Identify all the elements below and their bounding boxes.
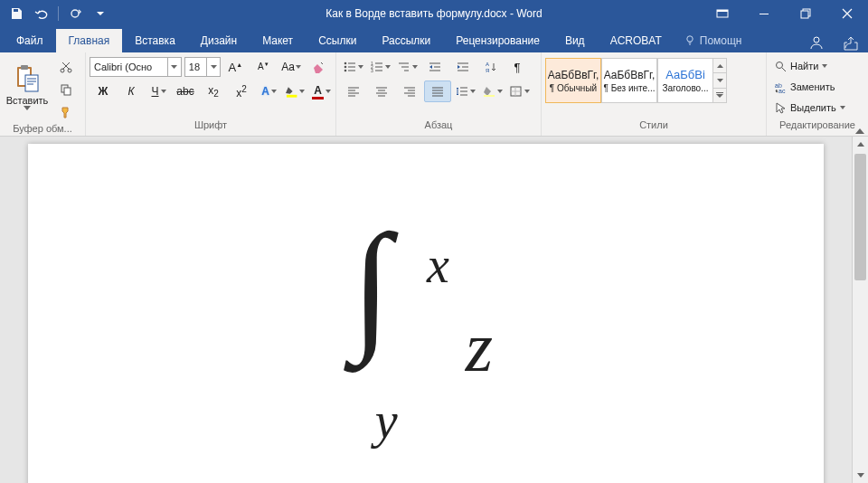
svg-text:ac: ac (778, 88, 786, 93)
scroll-thumb[interactable] (854, 154, 866, 280)
group-paragraph: 123 AЯ ¶ Абзац (336, 52, 542, 136)
tab-acrobat[interactable]: ACROBAT (598, 29, 675, 52)
redo-button[interactable] (64, 3, 86, 24)
svg-point-6 (814, 37, 819, 43)
title-bar: Как в Ворде вставить формулу.docx - Word (0, 0, 868, 27)
highlight-button[interactable] (282, 80, 307, 102)
select-button[interactable]: Выделить (770, 98, 850, 118)
ribbon: Вставить Буфер обм... Calibri (Осно 18 A… (0, 52, 868, 137)
group-editing: Найти abac Заменить Выделить Редактирова… (767, 52, 868, 136)
replace-icon: abac (775, 81, 787, 93)
show-marks-button[interactable]: ¶ (504, 56, 531, 78)
account-button[interactable] (807, 33, 826, 52)
restore-button[interactable] (785, 0, 826, 27)
svg-point-16 (344, 62, 347, 65)
equation[interactable]: ∫ x y z (359, 234, 493, 424)
align-left-button[interactable] (340, 80, 367, 102)
integral-upper-bound: x (427, 236, 449, 294)
svg-rect-9 (21, 65, 28, 70)
increase-indent-button[interactable] (449, 56, 476, 78)
styles-expand[interactable] (713, 89, 726, 102)
scroll-down-button[interactable] (853, 468, 868, 483)
svg-rect-24 (484, 95, 495, 97)
share-button[interactable] (841, 33, 861, 52)
superscript-button[interactable]: x2 (228, 80, 255, 102)
svg-rect-10 (25, 75, 38, 91)
cut-button[interactable] (52, 56, 80, 78)
search-icon (775, 61, 787, 72)
shading-button[interactable] (479, 80, 505, 102)
save-button[interactable] (5, 3, 27, 24)
tab-view[interactable]: Вид (552, 29, 598, 52)
shrink-font-button[interactable]: A▼ (250, 56, 277, 78)
replace-button[interactable]: abac Заменить (770, 77, 850, 97)
undo-button[interactable] (31, 3, 52, 24)
close-button[interactable] (826, 0, 868, 27)
tab-design[interactable]: Дизайн (188, 29, 250, 52)
svg-rect-26 (716, 92, 723, 93)
svg-point-5 (687, 36, 693, 42)
scroll-track[interactable] (853, 152, 868, 468)
group-styles: АаБбВвГг,¶ Обычный АаБбВвГг,¶ Без инте..… (542, 52, 767, 136)
align-center-button[interactable] (368, 80, 395, 102)
change-case-button[interactable]: Aa (278, 56, 304, 78)
integrand: z (466, 307, 493, 388)
find-button[interactable]: Найти (770, 56, 850, 76)
tell-me-search[interactable]: Помощн (675, 29, 751, 52)
vertical-scrollbar[interactable] (852, 137, 868, 483)
copy-button[interactable] (52, 79, 80, 100)
group-clipboard: Вставить Буфер обм... (0, 52, 86, 136)
align-right-button[interactable] (396, 80, 423, 102)
style-no-spacing[interactable]: АаБбВвГг,¶ Без инте... (601, 58, 657, 103)
tab-file[interactable]: Файл (4, 29, 56, 52)
line-spacing-button[interactable] (452, 80, 478, 102)
chevron-down-icon (24, 106, 31, 110)
styles-scroll-down[interactable] (713, 73, 726, 88)
paste-button[interactable]: Вставить (4, 54, 51, 118)
scroll-up-button[interactable] (853, 137, 868, 152)
tab-mailings[interactable]: Рассылки (369, 29, 443, 52)
font-color-button[interactable]: A (308, 80, 334, 102)
clear-formatting-button[interactable] (305, 56, 332, 78)
sort-button[interactable]: AЯ (477, 56, 503, 78)
bold-button[interactable]: Ж (90, 80, 117, 102)
collapse-ribbon-button[interactable] (855, 128, 864, 134)
bullets-button[interactable] (340, 56, 366, 78)
ribbon-display-button[interactable] (702, 0, 743, 27)
svg-text:A: A (486, 62, 489, 67)
font-size-combo[interactable]: 18 (184, 57, 221, 77)
svg-rect-14 (64, 88, 71, 95)
qat-customize-button[interactable] (90, 3, 111, 24)
subscript-button[interactable]: x2 (200, 80, 227, 102)
tab-insert[interactable]: Вставка (122, 29, 188, 52)
svg-rect-15 (287, 95, 297, 98)
style-heading1[interactable]: АаБбВіЗаголово... (657, 58, 713, 103)
borders-button[interactable] (506, 80, 533, 102)
quick-access-toolbar (0, 3, 111, 24)
svg-point-17 (344, 66, 347, 69)
underline-button[interactable]: Ч (146, 80, 171, 102)
styles-scroll-up[interactable] (713, 59, 726, 73)
font-name-combo[interactable]: Calibri (Осно (90, 57, 182, 77)
justify-button[interactable] (424, 80, 451, 102)
decrease-indent-button[interactable] (421, 56, 448, 78)
format-painter-button[interactable] (52, 101, 80, 123)
lightbulb-icon (684, 34, 696, 47)
svg-text:Я: Я (486, 68, 489, 72)
style-normal[interactable]: АаБбВвГг,¶ Обычный (545, 58, 601, 103)
tab-review[interactable]: Рецензирование (443, 29, 552, 52)
svg-point-18 (344, 70, 347, 72)
multilevel-list-button[interactable] (394, 56, 420, 78)
strikethrough-button[interactable]: abc (172, 80, 199, 102)
svg-rect-2 (760, 14, 769, 14)
page[interactable]: ∫ x y z (28, 144, 824, 483)
tab-references[interactable]: Ссылки (306, 29, 369, 52)
minimize-button[interactable] (743, 0, 785, 27)
tab-home[interactable]: Главная (56, 29, 123, 52)
numbering-button[interactable]: 123 (367, 56, 393, 78)
text-effects-button[interactable]: A (256, 80, 281, 102)
tab-layout[interactable]: Макет (250, 29, 306, 52)
italic-button[interactable]: К (118, 80, 145, 102)
document-area: ∫ x y z (0, 137, 868, 483)
grow-font-button[interactable]: A▲ (222, 56, 249, 78)
